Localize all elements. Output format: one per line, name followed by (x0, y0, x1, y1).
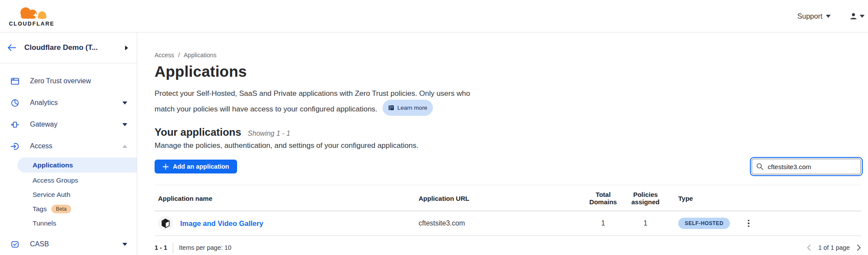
chevron-down-icon (122, 101, 127, 105)
applications-table: Application name Application URL Total D… (155, 185, 861, 253)
next-page-chevron-icon[interactable] (857, 244, 861, 251)
sidebar-item-label: Zero Trust overview (30, 77, 91, 85)
column-header-policies-assigned: Policies assigned (620, 191, 670, 206)
casb-check-icon (10, 240, 20, 249)
sidebar-item-tags[interactable]: Tags Beta (0, 202, 137, 216)
account-switcher[interactable]: Cloudflare Demo (T... (0, 33, 137, 63)
support-menu[interactable]: Support (797, 12, 831, 20)
page-indicator: 1 of 1 page (818, 244, 850, 251)
pagination: 1 of 1 page (807, 244, 861, 251)
description-line: match your policies will have access to … (155, 105, 377, 113)
plus-icon (162, 163, 169, 170)
account-name: Cloudflare Demo (T... (24, 43, 125, 52)
page-title: Applications (155, 63, 861, 80)
add-application-button[interactable]: Add an application (155, 160, 237, 173)
sidebar-item-gateway[interactable]: Gateway (0, 114, 137, 135)
breadcrumb: Access / Applications (155, 52, 861, 59)
sidebar-item-label: Service Auth (33, 191, 70, 199)
cloudflare-cloud-icon (9, 6, 54, 20)
application-name-link[interactable]: Image and Video Gallery (180, 219, 263, 228)
application-icon-wrap (158, 216, 173, 231)
chevron-down-icon (860, 15, 865, 18)
user-icon (850, 13, 857, 20)
sidebar-item-label: Access (30, 142, 53, 150)
book-icon (388, 105, 394, 111)
type-badge: SELF-HOSTED (678, 218, 730, 229)
sidebar-item-label: CASB (30, 240, 49, 248)
breadcrumb-divider: / (178, 52, 180, 59)
beta-badge: Beta (51, 205, 72, 213)
search-box (752, 159, 861, 174)
row-range: 1 - 1 (155, 244, 167, 251)
sidebar-item-label: Tunnels (33, 219, 56, 227)
table-header-row: Application name Application URL Total D… (155, 185, 861, 211)
section-heading-row: Your applications Showing 1 - 1 (155, 126, 861, 138)
cube-icon (161, 218, 170, 229)
topbar: CLOUDFLARE Support (0, 0, 868, 33)
sidebar-item-service-auth[interactable]: Service Auth (0, 187, 137, 202)
back-arrow-icon[interactable] (7, 44, 17, 52)
sidebar-item-label: Tags (33, 205, 47, 213)
section-subtext: Manage the policies, authentication, and… (155, 141, 861, 150)
pie-chart-icon (10, 98, 20, 108)
showing-count: Showing 1 - 1 (248, 130, 290, 137)
breadcrumb-access[interactable]: Access (155, 52, 174, 59)
row-actions-kebab-icon[interactable] (743, 219, 754, 229)
chevron-down-icon (826, 15, 831, 18)
breadcrumb-applications: Applications (184, 52, 217, 59)
section-title: Your applications (155, 126, 241, 138)
sidebar-item-label: Access Groups (33, 177, 78, 184)
column-header-application-url: Application URL (419, 195, 586, 202)
column-header-total-domains: Total Domains (586, 191, 620, 206)
policies-assigned-cell: 1 (620, 219, 670, 227)
footer-divider (173, 242, 173, 253)
learn-more-label: Learn more (397, 101, 427, 114)
column-header-application-name: Application name (155, 195, 419, 202)
learn-more-button[interactable]: Learn more (383, 100, 433, 116)
table-footer: 1 - 1 Items per page: 10 1 of 1 page (155, 236, 861, 253)
table-row: Image and Video Gallery cftestsite3.com … (155, 211, 861, 236)
app-root: CLOUDFLARE Support Cloudflare (0, 0, 868, 255)
sidebar-item-label: Applications (33, 161, 73, 169)
chevron-up-icon (122, 145, 127, 148)
add-application-label: Add an application (173, 163, 229, 170)
support-label: Support (797, 12, 822, 20)
cloudflare-logo[interactable]: CLOUDFLARE (6, 6, 57, 27)
sidebar-item-applications[interactable]: Applications (17, 157, 137, 173)
login-arrow-icon (10, 142, 20, 151)
application-url-cell: cftestsite3.com (419, 219, 586, 227)
user-menu[interactable] (850, 13, 865, 20)
sidebar-item-casb[interactable]: CASB (0, 233, 137, 255)
sidebar-item-label: Analytics (30, 99, 58, 107)
search-input[interactable] (752, 159, 861, 174)
main-content: Access / Applications Applications Prote… (137, 33, 868, 255)
sidebar-item-tunnels[interactable]: Tunnels (0, 216, 137, 230)
chevron-right-icon[interactable] (125, 46, 128, 50)
chevron-down-icon (122, 123, 127, 126)
sidebar-item-analytics[interactable]: Analytics (0, 92, 137, 114)
column-header-type: Type (670, 195, 736, 202)
cloudflare-wordmark: CLOUDFLARE (9, 21, 54, 27)
previous-page-chevron-icon[interactable] (807, 244, 811, 251)
description-line: Protect your Self-Hosted, SaaS and Priva… (155, 87, 861, 100)
total-domains-cell: 1 (586, 219, 620, 227)
topbar-right: Support (797, 12, 865, 20)
chevron-down-icon (122, 243, 127, 246)
toolbar: Add an application (155, 159, 861, 174)
gateway-icon (10, 120, 20, 129)
sidebar-item-label: Gateway (30, 121, 57, 128)
sidebar-item-access[interactable]: Access (0, 135, 137, 157)
window-icon (10, 77, 20, 86)
sidebar-item-zero-trust-overview[interactable]: Zero Trust overview (0, 70, 137, 92)
sidebar-item-access-groups[interactable]: Access Groups (0, 173, 137, 187)
sidebar: Cloudflare Demo (T... Zero Trust overvie… (0, 33, 137, 255)
sidebar-nav: Zero Trust overview Analytics Gateway (0, 63, 137, 255)
items-per-page[interactable]: Items per page: 10 (179, 244, 231, 251)
page-description: Protect your Self-Hosted, SaaS and Priva… (155, 87, 861, 116)
